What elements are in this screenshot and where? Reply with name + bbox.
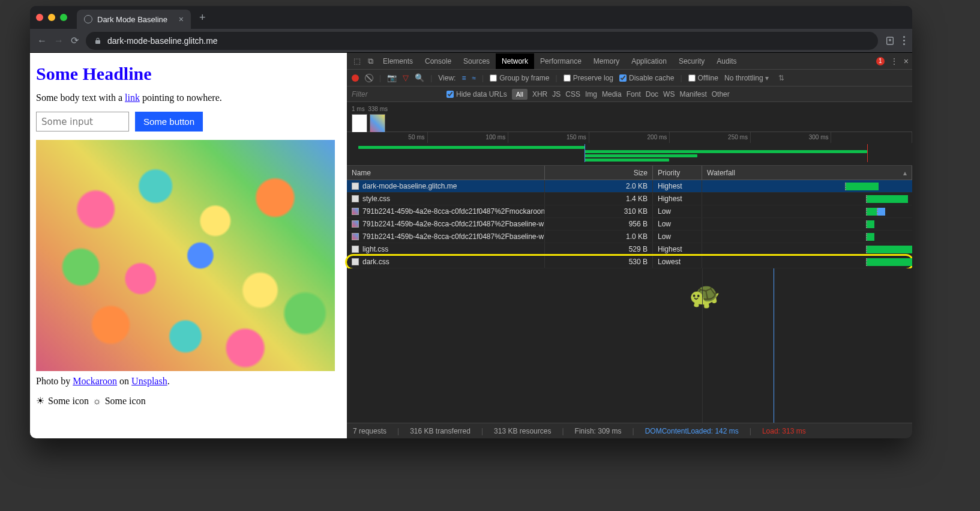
close-window-button[interactable] (36, 14, 43, 21)
hide-data-urls-checkbox[interactable]: Hide data URLs (446, 90, 507, 98)
request-priority: Highest (653, 193, 702, 205)
network-empty-area: 🐢 (347, 268, 912, 423)
devtools-tab-performance[interactable]: Performance (534, 53, 588, 69)
devtools-tab-application[interactable]: Application (625, 53, 673, 69)
network-row[interactable]: 791b2241-459b-4a2e-8cca-c0fdc21f0487%2Fm… (347, 205, 912, 218)
address-bar: ← → ⟳ dark-mode-baseline.glitch.me (30, 29, 912, 53)
url-field[interactable]: dark-mode-baseline.glitch.me (86, 32, 878, 50)
devtools-tabs: ⬚ ⧉ Elements Console Sources Network Per… (347, 53, 912, 70)
request-size: 1.4 KB (545, 193, 653, 205)
devtools-tab-memory[interactable]: Memory (588, 53, 625, 69)
page-body: Some body text with a link pointing to n… (36, 92, 341, 103)
error-count-badge[interactable]: 1 (876, 57, 885, 65)
group-by-frame-checkbox[interactable]: Group by frame (490, 74, 549, 82)
new-tab-button[interactable]: + (194, 11, 211, 24)
menu-icon[interactable] (903, 36, 905, 45)
sun-icon: ☀ (36, 395, 44, 407)
request-name: 791b2241-459b-4a2e-8cca-c0fdc21f0487%2Fm… (362, 207, 545, 216)
tab-bar: Dark Mode Baseline × + (30, 6, 912, 29)
record-button[interactable] (352, 74, 359, 82)
col-waterfall[interactable]: Waterfall▴ (702, 166, 912, 180)
col-priority[interactable]: Priority (653, 166, 702, 180)
filter-input[interactable]: Filter (352, 90, 442, 98)
waterfall-view-icon[interactable]: ≈ (472, 74, 476, 82)
page-headline: Some Headline (36, 64, 341, 84)
throttling-dropdown[interactable]: No throttling (724, 74, 769, 82)
sample-input[interactable] (36, 112, 129, 132)
view-label: View: (438, 74, 455, 82)
back-button[interactable]: ← (37, 35, 47, 46)
network-status-bar: 7 requests | 316 KB transferred | 313 KB… (347, 423, 912, 438)
screenshot-toggle-icon[interactable]: 📷 (387, 73, 397, 82)
network-row[interactable]: dark-mode-baseline.glitch.me2.0 KBHighes… (347, 180, 912, 193)
filter-type-doc[interactable]: Doc (646, 90, 658, 98)
credit-author-link[interactable]: Mockaroon (73, 376, 117, 386)
devtools-tab-elements[interactable]: Elements (377, 53, 419, 69)
network-row[interactable]: 791b2241-459b-4a2e-8cca-c0fdc21f0487%2Fb… (347, 231, 912, 243)
disable-cache-checkbox[interactable]: Disable cache (619, 74, 674, 82)
status-dcl: DOMContentLoaded: 142 ms (645, 427, 739, 435)
reload-button[interactable]: ⟳ (71, 35, 79, 46)
request-priority: Low (653, 218, 702, 230)
devtools-tab-sources[interactable]: Sources (457, 53, 496, 69)
large-rows-icon[interactable]: ≡ (461, 74, 466, 82)
filter-type-media[interactable]: Media (602, 90, 622, 98)
preserve-log-checkbox[interactable]: Preserve log (564, 74, 613, 82)
file-icon (352, 183, 359, 190)
minimize-window-button[interactable] (48, 14, 55, 21)
lock-icon (94, 37, 101, 44)
maximize-window-button[interactable] (60, 14, 67, 21)
forward-button[interactable]: → (54, 35, 64, 46)
filter-type-ws[interactable]: WS (663, 90, 675, 98)
file-icon (352, 258, 359, 265)
search-icon[interactable]: 🔍 (415, 73, 424, 82)
waterfall-cell (702, 256, 912, 268)
hero-image (36, 140, 335, 371)
filter-type-css[interactable]: CSS (565, 90, 580, 98)
network-row[interactable]: dark.css530 BLowest (347, 256, 912, 268)
filter-type-font[interactable]: Font (627, 90, 641, 98)
waterfall-cell (702, 180, 912, 192)
icon-row: ☀Some icon ☼Some icon (36, 395, 341, 407)
devtools-more-icon[interactable]: ⋮ (891, 57, 898, 65)
browser-tab[interactable]: Dark Mode Baseline × (77, 10, 191, 29)
request-size: 2.0 KB (545, 180, 653, 192)
body-link[interactable]: link (125, 92, 140, 103)
filter-toggle-icon[interactable]: ▽ (403, 73, 409, 82)
col-name[interactable]: Name (347, 166, 545, 180)
devtools-tab-console[interactable]: Console (419, 53, 457, 69)
content-area: Some Headline Some body text with a link… (30, 53, 912, 438)
close-tab-icon[interactable]: × (179, 14, 184, 24)
filter-type-img[interactable]: Img (585, 90, 597, 98)
filter-type-other[interactable]: Other (712, 90, 730, 98)
filter-type-xhr[interactable]: XHR (532, 90, 547, 98)
filter-type-js[interactable]: JS (552, 90, 561, 98)
credit-site-link[interactable]: Unsplash (131, 376, 167, 386)
request-size: 529 B (545, 243, 653, 255)
devtools-tab-audits[interactable]: Audits (711, 53, 742, 69)
profile-icon[interactable] (885, 36, 895, 46)
device-toggle-icon[interactable]: ⧉ (364, 56, 377, 66)
globe-icon (84, 15, 92, 23)
col-size[interactable]: Size (545, 166, 653, 180)
file-icon (352, 195, 359, 202)
clear-button[interactable] (365, 74, 373, 82)
filter-type-all[interactable]: All (512, 89, 528, 100)
timeline-ruler[interactable]: 50 ms 100 ms 150 ms 200 ms 250 ms 300 ms (347, 132, 912, 166)
devtools-tab-security[interactable]: Security (673, 53, 711, 69)
network-row[interactable]: light.css529 BHighest (347, 243, 912, 256)
close-devtools-icon[interactable]: × (904, 56, 909, 66)
inspect-icon[interactable]: ⬚ (350, 56, 364, 65)
rendered-page: Some Headline Some body text with a link… (30, 53, 347, 438)
status-transferred: 316 KB transferred (410, 427, 470, 435)
network-row[interactable]: style.css1.4 KBHighest (347, 193, 912, 205)
filter-type-manifest[interactable]: Manifest (679, 90, 706, 98)
timeline-overview[interactable]: 1 ms 338 ms (347, 102, 912, 132)
network-conditions-icon[interactable]: ⇅ (778, 74, 784, 82)
sample-button[interactable]: Some button (135, 112, 203, 132)
photo-credit: Photo by Mockaroon on Unsplash. (36, 376, 341, 387)
offline-checkbox[interactable]: Offline (688, 74, 718, 82)
network-row[interactable]: 791b2241-459b-4a2e-8cca-c0fdc21f0487%2Fb… (347, 218, 912, 231)
file-icon (352, 220, 359, 228)
devtools-tab-network[interactable]: Network (496, 53, 534, 69)
